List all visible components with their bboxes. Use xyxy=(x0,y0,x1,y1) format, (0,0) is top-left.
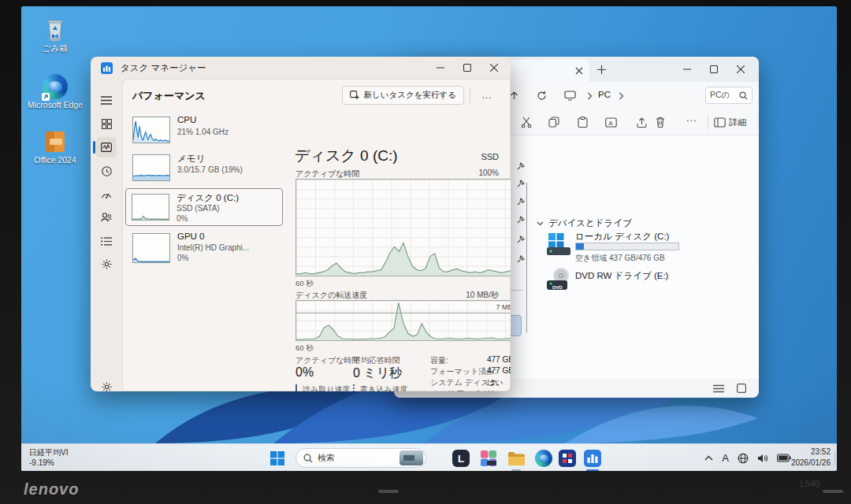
tm-window-controls xyxy=(427,58,507,77)
pin-icon[interactable] xyxy=(516,161,526,171)
list-view-icon[interactable] xyxy=(713,384,724,393)
prop-label: 容量: xyxy=(430,355,448,366)
header-divider xyxy=(470,87,470,103)
rename-icon[interactable]: A xyxy=(605,117,617,128)
minimize-button[interactable] xyxy=(674,60,700,79)
edge-button[interactable] xyxy=(533,448,554,469)
prop-value: はい xyxy=(487,388,503,391)
file-explorer-button[interactable] xyxy=(506,448,526,469)
pin-icon[interactable] xyxy=(516,254,526,264)
chevron-up-icon[interactable] xyxy=(704,455,713,461)
drive-name: DVD RW ドライブ (E:) xyxy=(575,270,668,282)
section-label: デバイスとドライブ xyxy=(548,217,632,229)
network-icon[interactable] xyxy=(738,453,749,464)
metric-name: GPU 0 xyxy=(177,232,205,241)
details-button-label[interactable]: 詳細 xyxy=(729,117,746,128)
pin-icon[interactable] xyxy=(516,215,526,224)
explorer-tab[interactable] xyxy=(504,60,589,82)
tm-titlebar[interactable]: タスク マネージャー xyxy=(91,57,511,79)
transfer-rate-chart: 7 MB/秒 xyxy=(295,300,511,341)
model-label: L540 xyxy=(801,479,819,488)
chart1-max: 100% xyxy=(478,169,499,177)
services-icon[interactable] xyxy=(96,254,117,274)
this-pc-icon[interactable] xyxy=(564,91,576,101)
more-icon[interactable]: ... xyxy=(686,112,697,124)
pin-icon[interactable] xyxy=(516,197,526,206)
metric-sub: 0% xyxy=(177,214,188,223)
detail-title: ディスク 0 (C:) xyxy=(295,146,398,166)
widgets-button[interactable]: 日経平均VI -9.19% xyxy=(29,447,68,468)
ime-indicator[interactable]: A xyxy=(722,452,729,464)
search-icon xyxy=(739,91,748,100)
stat-label: 書き込み速度 xyxy=(360,384,407,391)
startup-apps-icon[interactable] xyxy=(96,184,117,205)
settings-gear-icon[interactable] xyxy=(96,376,117,391)
desktop-icon-label: Microsoft Edge xyxy=(26,101,84,110)
tab-close-icon[interactable] xyxy=(575,67,583,75)
pin-icon[interactable] xyxy=(516,179,526,188)
details-icon[interactable] xyxy=(96,231,117,251)
recycle-bin-icon xyxy=(42,17,69,43)
tm-more-button[interactable]: ... xyxy=(477,86,497,105)
microsoft-365-button[interactable] xyxy=(478,448,499,469)
speaker-icon[interactable] xyxy=(757,454,768,463)
show-desktop-button[interactable] xyxy=(834,450,835,465)
breadcrumb[interactable]: PC xyxy=(598,90,611,99)
running-indicator xyxy=(511,469,521,471)
chart2-max: 10 MB/秒 xyxy=(466,290,499,301)
search-highlight-image xyxy=(399,450,423,465)
lenovo-logo: lenovo xyxy=(24,480,79,498)
start-button[interactable] xyxy=(267,448,288,469)
share-icon[interactable] xyxy=(637,117,648,128)
explorer-search-input[interactable]: PCの xyxy=(705,87,753,104)
app-history-icon[interactable] xyxy=(96,161,117,181)
tm-page-title: パフォーマンス xyxy=(132,89,206,103)
metric-disk-selected[interactable]: ディスク 0 (C:) SSD (SATA) 0% xyxy=(125,188,283,226)
minimize-button[interactable] xyxy=(427,58,454,77)
task-manager-button[interactable] xyxy=(582,448,603,469)
battery-icon[interactable] xyxy=(777,454,791,462)
close-button[interactable] xyxy=(481,58,507,77)
chevron-right-icon xyxy=(619,92,624,100)
drive-name: ローカル ディスク (C:) xyxy=(575,231,669,243)
metric-name: ディスク 0 (C:) xyxy=(177,192,239,204)
prop-label: ページ ファイル: xyxy=(430,388,491,391)
users-icon[interactable] xyxy=(96,207,117,228)
grid-app-icon xyxy=(559,450,576,467)
clock-date: 2026/01/26 xyxy=(791,458,831,469)
stat-read-speed: 読み取り速度 0 KB/秒 xyxy=(295,384,350,391)
section-devices-drives[interactable]: デバイスとドライブ xyxy=(537,217,632,229)
close-button[interactable] xyxy=(727,60,754,79)
clock-time: 23:52 xyxy=(791,447,831,458)
svg-text:A: A xyxy=(608,120,613,127)
nav-scrollbar[interactable] xyxy=(526,183,527,332)
cut-icon[interactable] xyxy=(521,117,533,128)
run-new-task-label: 新しいタスクを実行する xyxy=(364,90,456,101)
detail-badge: SSD xyxy=(481,152,499,161)
metric-cpu[interactable]: CPU 21% 1.04 GHz xyxy=(127,114,338,149)
desktop-icon-office[interactable]: Office 2024 xyxy=(26,129,84,165)
hamburger-icon[interactable] xyxy=(96,90,117,110)
new-tab-icon[interactable] xyxy=(597,65,606,74)
pin-icon[interactable] xyxy=(516,235,526,244)
desktop-icon-label: ごみ箱 xyxy=(26,44,84,54)
large-icons-view-icon[interactable] xyxy=(737,384,746,393)
taskbar-search[interactable]: 検索 xyxy=(295,448,426,468)
processes-icon[interactable] xyxy=(96,113,117,134)
performance-icon[interactable] xyxy=(96,137,117,158)
tm-main-panel: パフォーマンス 新しいタスクを実行する ... CPU 21% 1.04 GHz… xyxy=(122,79,511,391)
copy-icon[interactable] xyxy=(548,117,559,128)
desktop-icon-edge[interactable]: Microsoft Edge xyxy=(26,74,84,110)
refresh-icon[interactable] xyxy=(537,91,547,101)
paste-icon[interactable] xyxy=(578,117,588,128)
delete-icon[interactable] xyxy=(656,117,665,128)
desktop-icon-recycle-bin[interactable]: ごみ箱 xyxy=(26,17,84,54)
chart1-label: アクティブな時間 xyxy=(295,169,359,180)
taskbar-clock[interactable]: 23:52 2026/01/26 xyxy=(791,447,831,469)
details-view-icon[interactable] xyxy=(714,117,726,128)
run-new-task-button[interactable]: 新しいタスクを実行する xyxy=(342,86,464,105)
grid-app-button[interactable] xyxy=(557,448,578,469)
maximize-button[interactable] xyxy=(454,58,481,77)
maximize-button[interactable] xyxy=(700,60,727,79)
l-app-button[interactable]: L xyxy=(451,448,471,469)
